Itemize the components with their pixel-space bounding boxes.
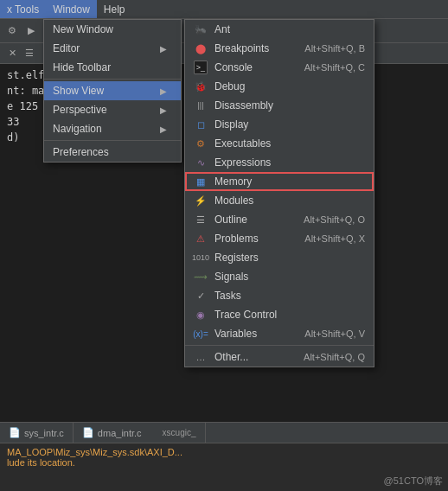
other-shortcut: Alt+Shift+Q, Q (304, 352, 365, 362)
signals-icon: ⟿ (194, 270, 208, 284)
menu-new-window[interactable]: New Window (44, 20, 181, 39)
view-registers-label: Registers (214, 252, 259, 264)
view-executables-label: Executables (214, 137, 271, 150)
toolbar-btn-1[interactable]: ⚙ (3, 22, 21, 40)
view-problems-label: Problems (214, 233, 259, 245)
view-debug-label: Debug (214, 80, 245, 92)
menu-window[interactable]: Window (46, 0, 97, 18)
problems-icon: ⚠ (194, 232, 208, 246)
submenu-sep (185, 345, 374, 346)
view-trace-control-label: Trace Control (214, 309, 277, 321)
outline-icon: ☰ (194, 213, 208, 226)
view-outline[interactable]: ☰ Outline Alt+Shift+Q, O (185, 210, 374, 229)
view-signals[interactable]: ⟿ Signals (185, 267, 374, 286)
menu-new-window-label: New Window (53, 23, 113, 35)
menu-editor-arrow: ▶ (160, 44, 167, 54)
menu-preferences-label: Preferences (53, 146, 109, 158)
view-display-label: Display (214, 118, 248, 131)
view-variables[interactable]: (x)= Variables Alt+Shift+Q, V (185, 324, 374, 343)
outline-shortcut: Alt+Shift+Q, O (304, 214, 365, 225)
menu-preferences[interactable]: Preferences (44, 143, 181, 162)
view-disassembly[interactable]: ||| Disassembly (185, 96, 374, 115)
tab-file-icon-2: 📄 (82, 427, 94, 438)
menu-bar: x Tools Window Help (0, 0, 448, 19)
trace-icon: ◉ (194, 308, 208, 322)
view-signals-label: Signals (214, 271, 248, 283)
show-view-submenu: 🐜 Ant ⬤ Breakpoints Alt+Shift+Q, B >_ Co… (184, 19, 374, 367)
menu-perspective-arrow: ▶ (160, 105, 167, 115)
view-problems[interactable]: ⚠ Problems Alt+Shift+Q, X (185, 229, 374, 248)
watermark: @51CTO博客 (384, 475, 443, 488)
bottom-tabs: 📄 sys_intr.c 📄 dma_intr.c xscugic_ MA_LO… (0, 422, 448, 491)
tab-dma-intr-label: dma_intr.c (98, 428, 142, 438)
menu-editor[interactable]: Editor ▶ (44, 39, 181, 58)
view-ant[interactable]: 🐜 Ant (185, 20, 374, 39)
tab-bar: 📄 sys_intr.c 📄 dma_intr.c xscugic_ (0, 423, 448, 443)
breakpoints-shortcut: Alt+Shift+Q, B (304, 43, 365, 54)
view-tasks-label: Tasks (214, 290, 241, 302)
tab-sys-intr-label: sys_intr.c (24, 428, 64, 438)
console-shortcut: Alt+Shift+Q, C (304, 62, 365, 73)
view-other-label: Other... (214, 351, 248, 363)
menu-show-view-label: Show View (53, 85, 104, 97)
menu-hide-toolbar[interactable]: Hide Toolbar (44, 58, 181, 77)
view-ant-label: Ant (214, 23, 230, 35)
toolbar-btn-2[interactable]: ▶ (22, 22, 40, 40)
tab-dma-intr[interactable]: 📄 dma_intr.c xscugic_ (74, 423, 206, 443)
menu-editor-label: Editor (53, 42, 80, 54)
tab-scroll-right: xscugic_ (163, 428, 196, 437)
tab-file-icon: 📄 (9, 427, 21, 438)
view-memory-label: Memory (214, 175, 252, 188)
view-variables-label: Variables (214, 328, 257, 340)
console-icon: >_ (194, 61, 208, 74)
view-other[interactable]: … Other... Alt+Shift+Q, Q (185, 348, 374, 367)
tasks-icon: ✓ (194, 289, 208, 303)
menu-perspective-label: Perspective (53, 104, 107, 116)
menu-hide-toolbar-label: Hide Toolbar (53, 61, 111, 73)
menu-perspective[interactable]: Perspective ▶ (44, 100, 181, 119)
disassembly-icon: ||| (194, 99, 208, 112)
variables-shortcut: Alt+Shift+Q, V (304, 328, 365, 339)
modules-icon: ⚡ (194, 194, 208, 207)
other-icon: … (194, 350, 208, 364)
view-console-label: Console (214, 61, 253, 73)
view-memory[interactable]: ▦ Memory (185, 172, 374, 191)
executables-icon: ⚙ (194, 137, 208, 150)
view-modules-label: Modules (214, 194, 253, 207)
view-outline-label: Outline (214, 214, 247, 226)
view-trace-control[interactable]: ◉ Trace Control (185, 305, 374, 324)
view-expressions[interactable]: ∿ Expressions (185, 153, 374, 172)
ant-icon: 🐜 (194, 22, 208, 36)
view-expressions-label: Expressions (214, 156, 271, 169)
window-menu-dropdown: New Window Editor ▶ Hide Toolbar Show Vi… (43, 19, 182, 163)
tab-sys-intr[interactable]: 📄 sys_intr.c (0, 423, 74, 443)
view-tasks[interactable]: ✓ Tasks (185, 286, 374, 305)
view-executables[interactable]: ⚙ Executables (185, 134, 374, 153)
menu-navigation-label: Navigation (53, 123, 102, 135)
view-disassembly-label: Disassembly (214, 99, 273, 112)
registers-icon: 1010 (194, 251, 208, 265)
menu-navigation-arrow: ▶ (160, 124, 167, 134)
menu-sep-2 (44, 140, 181, 141)
debug-icon: 🐞 (194, 80, 208, 93)
menu-navigation[interactable]: Navigation ▶ (44, 119, 181, 138)
display-icon: ◻ (194, 118, 208, 131)
view-debug[interactable]: 🐞 Debug (185, 77, 374, 96)
menu-sep-1 (44, 79, 181, 80)
toolbar2-btn-1[interactable]: ✕ (3, 45, 21, 62)
menu-show-view[interactable]: Show View ▶ (44, 81, 181, 100)
view-display[interactable]: ◻ Display (185, 115, 374, 134)
view-console[interactable]: >_ Console Alt+Shift+Q, C (185, 58, 374, 77)
variables-icon: (x)= (194, 327, 208, 341)
view-modules[interactable]: ⚡ Modules (185, 191, 374, 210)
view-breakpoints[interactable]: ⬤ Breakpoints Alt+Shift+Q, B (185, 39, 374, 58)
menu-show-view-arrow: ▶ (160, 86, 167, 96)
view-registers[interactable]: 1010 Registers (185, 248, 374, 267)
memory-icon: ▦ (194, 175, 208, 188)
toolbar2-btn-2[interactable]: ☰ (21, 45, 38, 62)
expressions-icon: ∿ (194, 156, 208, 169)
view-breakpoints-label: Breakpoints (214, 42, 269, 54)
menu-tools[interactable]: x Tools (0, 0, 46, 18)
bottom-path: MA_LOOP\Miz_sys\Miz_sys.sdk\AXI_D... lud… (0, 443, 448, 471)
menu-help[interactable]: Help (97, 0, 132, 18)
